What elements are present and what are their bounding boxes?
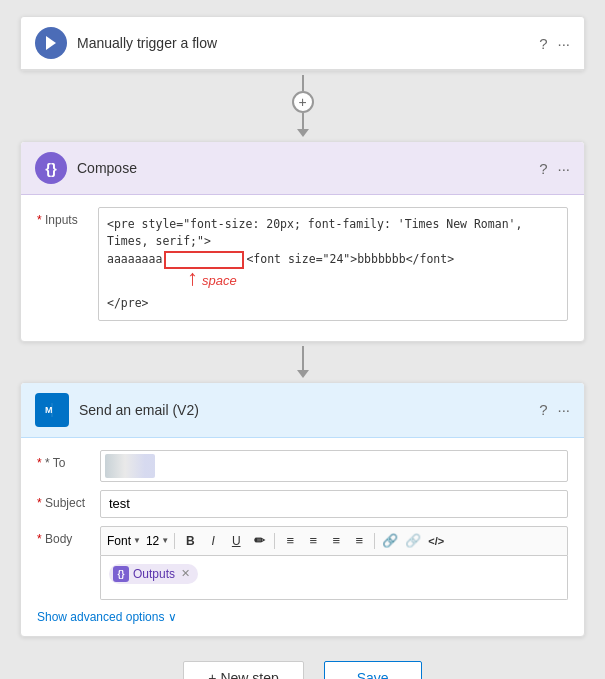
code-line-3-text: </pre> <box>107 296 149 310</box>
outputs-close-button[interactable]: ✕ <box>181 567 190 580</box>
email-actions: ? ··· <box>539 401 570 418</box>
body-editor-wrapper: Font ▼ 12 ▼ B I U ✏ ≡ ≡ ≡ <box>100 526 568 600</box>
body-toolbar: Font ▼ 12 ▼ B I U ✏ ≡ ≡ ≡ <box>100 526 568 556</box>
body-label: * Body <box>37 532 92 546</box>
trigger-help-icon[interactable]: ? <box>539 35 547 52</box>
save-button[interactable]: Save <box>324 661 422 679</box>
numbered-list-button[interactable]: ≡ <box>303 531 323 551</box>
toolbar-divider-3 <box>374 533 375 549</box>
compose-header: {} Compose ? ··· <box>21 142 584 195</box>
compose-icon: {} <box>35 152 67 184</box>
subject-input[interactable] <box>100 490 568 518</box>
connector-2-arrow <box>297 370 309 378</box>
code-line-1: <pre style="font-size: 20px; font-family… <box>107 216 559 251</box>
trigger-block: Manually trigger a flow ? ··· <box>20 16 585 71</box>
subject-field-row: * Subject <box>37 490 568 518</box>
to-input[interactable] <box>159 458 563 473</box>
compose-actions: ? ··· <box>539 160 570 177</box>
trigger-header: Manually trigger a flow ? ··· <box>21 17 584 70</box>
font-label: Font <box>107 534 131 548</box>
to-avatar <box>105 454 155 478</box>
font-dropdown[interactable]: Font ▼ <box>107 534 141 548</box>
subject-label: * Subject <box>37 496 92 510</box>
red-arrow-icon: ↑ <box>187 265 198 291</box>
toolbar-divider-2 <box>274 533 275 549</box>
connector-2-line-bottom <box>302 362 304 370</box>
bottom-bar: + New step Save <box>20 661 585 679</box>
connector-1: + <box>292 75 314 137</box>
inputs-label-text: Inputs <box>45 213 78 227</box>
highlighted-input[interactable] <box>164 251 244 269</box>
connector-2-line-top <box>302 346 304 362</box>
inputs-field-row: * Inputs <pre style="font-size: 20px; fo… <box>37 207 568 321</box>
code-button[interactable]: </> <box>426 531 446 551</box>
add-step-button[interactable]: + <box>292 91 314 113</box>
toolbar-divider-1 <box>174 533 175 549</box>
connector-line-top <box>302 75 304 91</box>
outputs-badge: {} Outputs ✕ <box>109 564 198 584</box>
email-help-icon[interactable]: ? <box>539 401 547 418</box>
to-label: * * To <box>37 456 92 470</box>
outputs-badge-label: Outputs <box>133 567 175 581</box>
underline-button[interactable]: U <box>226 531 246 551</box>
unlink-button[interactable]: 🔗 <box>403 531 423 551</box>
align-left-button[interactable]: ≡ <box>326 531 346 551</box>
space-label: space <box>202 273 237 288</box>
compose-help-icon[interactable]: ? <box>539 160 547 177</box>
email-header: M Send an email (V2) ? ··· <box>21 383 584 438</box>
outputs-badge-icon: {} <box>113 566 129 582</box>
to-label-text: * To <box>45 456 65 470</box>
email-icon: M <box>35 393 69 427</box>
code-after: <font size="24">bbbbbbb</font> <box>246 251 454 268</box>
compose-body: * Inputs <pre style="font-size: 20px; fo… <box>21 195 584 341</box>
email-title: Send an email (V2) <box>79 402 539 418</box>
font-size-value: 12 <box>146 534 159 548</box>
compose-block: {} Compose ? ··· * Inputs <pre style="fo… <box>20 141 585 342</box>
link-button[interactable]: 🔗 <box>380 531 400 551</box>
compose-content-box[interactable]: <pre style="font-size: 20px; font-family… <box>98 207 568 321</box>
connector-line-bottom <box>302 113 304 129</box>
italic-button[interactable]: I <box>203 531 223 551</box>
font-chevron-icon: ▼ <box>133 536 141 545</box>
show-advanced-options[interactable]: Show advanced options ∨ <box>37 610 568 624</box>
new-step-button[interactable]: + New step <box>183 661 303 679</box>
connector-2 <box>297 346 309 378</box>
code-line-2: aaaaaaaa <font size="24">bbbbbbb</font> <box>107 251 559 269</box>
email-body: * * To * Subject * Body Font ▼ <box>21 438 584 636</box>
show-advanced-label: Show advanced options <box>37 610 164 624</box>
trigger-actions: ? ··· <box>539 35 570 52</box>
svg-marker-0 <box>46 36 56 50</box>
bullet-list-button[interactable]: ≡ <box>280 531 300 551</box>
font-size-dropdown[interactable]: 12 ▼ <box>146 534 169 548</box>
connector-arrow <box>297 129 309 137</box>
font-size-chevron-icon: ▼ <box>161 536 169 545</box>
to-field-row: * * To <box>37 450 568 482</box>
svg-text:M: M <box>45 405 53 415</box>
trigger-title: Manually trigger a flow <box>77 35 539 51</box>
body-editor[interactable]: {} Outputs ✕ <box>100 556 568 600</box>
trigger-icon <box>35 27 67 59</box>
compose-more-icon[interactable]: ··· <box>557 160 570 177</box>
inputs-label: * Inputs <box>37 213 92 227</box>
show-advanced-chevron-icon: ∨ <box>168 610 177 624</box>
email-more-icon[interactable]: ··· <box>557 401 570 418</box>
trigger-more-icon[interactable]: ··· <box>557 35 570 52</box>
arrow-annotation: ↑ space <box>187 271 559 291</box>
to-field-wrapper[interactable] <box>100 450 568 482</box>
highlight-button[interactable]: ✏ <box>249 531 269 551</box>
body-field-row: * Body Font ▼ 12 ▼ B I U <box>37 526 568 600</box>
email-block: M Send an email (V2) ? ··· * * To * Subj… <box>20 382 585 637</box>
compose-title: Compose <box>77 160 539 176</box>
code-line-1-text: <pre style="font-size: 20px; font-family… <box>107 217 522 248</box>
code-before: aaaaaaaa <box>107 251 162 268</box>
code-line-3: </pre> <box>107 295 559 312</box>
bold-button[interactable]: B <box>180 531 200 551</box>
align-center-button[interactable]: ≡ <box>349 531 369 551</box>
